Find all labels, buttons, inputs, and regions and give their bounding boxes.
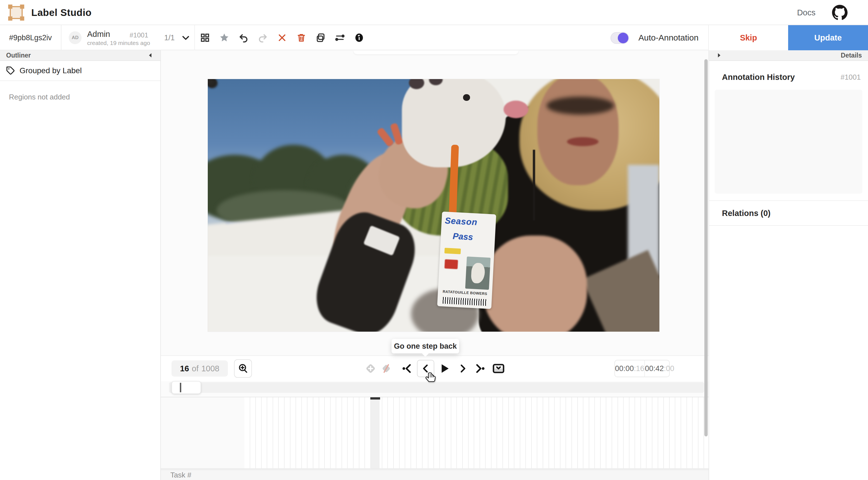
timeline-tick[interactable] — [434, 397, 440, 468]
timeline-tick[interactable] — [331, 397, 337, 468]
timeline-tick[interactable] — [313, 397, 319, 468]
redo-icon[interactable] — [258, 33, 268, 43]
timeline-tick[interactable] — [618, 397, 624, 468]
timeline-tick[interactable] — [394, 397, 400, 468]
timeline-tick[interactable] — [302, 397, 308, 468]
timeline-tick[interactable] — [675, 397, 681, 468]
timeline-tick[interactable] — [583, 397, 589, 468]
timeline-tick[interactable] — [549, 397, 555, 468]
timeline-tick[interactable] — [635, 397, 641, 468]
timeline-tick[interactable] — [601, 397, 607, 468]
timeline-tick[interactable] — [572, 397, 578, 468]
timeline-tick[interactable] — [589, 397, 595, 468]
duplicate-annotation-icon[interactable] — [316, 33, 326, 43]
relations-section[interactable]: Relations (0) — [709, 201, 868, 226]
timeline-tick[interactable] — [405, 397, 411, 468]
timeline-tick[interactable] — [560, 397, 566, 468]
timeline-ruler[interactable] — [161, 397, 709, 469]
timeline-tick[interactable] — [658, 397, 664, 468]
previous-keyframe-button[interactable] — [398, 360, 415, 377]
timeline-tick[interactable] — [440, 397, 446, 468]
timeline-tick[interactable] — [492, 397, 497, 468]
timeline-tick[interactable] — [503, 397, 509, 468]
expand-right-icon[interactable] — [715, 52, 722, 59]
timeline-tick[interactable] — [360, 397, 365, 468]
timeline-tick[interactable] — [543, 397, 549, 468]
timeline-tick[interactable] — [451, 397, 457, 468]
avatar[interactable]: AD — [69, 31, 82, 44]
timeline-tick[interactable] — [595, 397, 601, 468]
timeline-tick[interactable] — [319, 397, 325, 468]
timeline-tick[interactable] — [515, 397, 520, 468]
timeline-tick[interactable] — [445, 397, 451, 468]
undo-icon[interactable] — [239, 33, 249, 43]
timeline-tick[interactable] — [606, 397, 612, 468]
timeline-tick[interactable] — [664, 397, 670, 468]
timeline-tick[interactable] — [699, 397, 704, 468]
timeline-tick[interactable] — [428, 397, 434, 468]
grid-view-icon[interactable] — [200, 33, 210, 43]
add-keyframe-button[interactable] — [362, 360, 379, 377]
timeline-tick[interactable] — [325, 397, 331, 468]
zoom-in-button[interactable] — [234, 359, 252, 378]
timeline-tick[interactable] — [486, 397, 492, 468]
timeline-tick[interactable] — [629, 397, 636, 468]
timeline-tick[interactable] — [256, 397, 262, 468]
timeline-tick[interactable] — [578, 397, 584, 468]
timeline-tick[interactable] — [509, 397, 515, 468]
auto-annotation-toggle[interactable] — [611, 32, 629, 44]
timeline-tick[interactable] — [532, 397, 537, 468]
timeline-ticks[interactable] — [244, 397, 704, 468]
timeline-tick[interactable] — [474, 397, 480, 468]
timeline-tick[interactable] — [250, 397, 256, 468]
info-icon[interactable] — [354, 33, 364, 43]
playhead[interactable] — [371, 397, 379, 468]
timeline-tick[interactable] — [692, 397, 699, 468]
update-button[interactable]: Update — [788, 25, 868, 50]
timeline-tick[interactable] — [400, 397, 405, 468]
timeline-tick[interactable] — [555, 397, 560, 468]
timeline-tick[interactable] — [463, 397, 469, 468]
seek-handle[interactable] — [172, 381, 201, 394]
timeline-tick[interactable] — [670, 397, 676, 468]
timeline-tick[interactable] — [348, 397, 353, 468]
timeline-tick[interactable] — [624, 397, 629, 468]
remove-keyframe-button[interactable] — [378, 360, 395, 377]
timeline-tick[interactable] — [353, 397, 360, 468]
timeline-tick[interactable] — [497, 397, 503, 468]
timeline-tick[interactable] — [365, 397, 371, 468]
timeline-tick[interactable] — [687, 397, 693, 468]
timeline-tick[interactable] — [244, 397, 250, 468]
timeline-tick[interactable] — [308, 397, 313, 468]
timeline-tick[interactable] — [279, 397, 285, 468]
timeline-tick[interactable] — [262, 397, 268, 468]
timeline-tick[interactable] — [681, 397, 687, 468]
timeline-collapse-button[interactable] — [490, 360, 507, 377]
play-button[interactable] — [436, 360, 453, 377]
video-frame[interactable]: Season Pass RATATOUILLE BOWERS — [208, 79, 659, 332]
timeline-tick[interactable] — [537, 397, 543, 468]
timeline-tick[interactable] — [469, 397, 474, 468]
settings-sliders-icon[interactable] — [335, 33, 345, 43]
timeline-tick[interactable] — [388, 397, 394, 468]
delete-annotation-icon[interactable] — [296, 33, 306, 43]
timeline-tick[interactable] — [417, 397, 423, 468]
frame-current[interactable]: 16 — [180, 364, 189, 373]
timeline-tick[interactable] — [342, 397, 348, 468]
timeline-tick[interactable] — [526, 397, 532, 468]
collapse-left-icon[interactable] — [147, 52, 154, 59]
timeline-tick[interactable] — [423, 397, 428, 468]
ground-truth-star-icon[interactable] — [219, 33, 229, 43]
chevron-down-icon[interactable] — [181, 33, 190, 42]
next-keyframe-button[interactable] — [471, 360, 489, 377]
timeline-tick[interactable] — [382, 397, 388, 468]
skip-button[interactable]: Skip — [709, 25, 788, 50]
timeline-tick[interactable] — [647, 397, 652, 468]
timeline-tick[interactable] — [457, 397, 463, 468]
timeline-tick[interactable] — [566, 397, 572, 468]
reset-annotation-icon[interactable] — [277, 33, 287, 43]
timeline-tick[interactable] — [336, 397, 342, 468]
timeline-tick[interactable] — [411, 397, 417, 468]
step-forward-button[interactable] — [454, 360, 471, 377]
timeline-tick[interactable] — [641, 397, 647, 468]
